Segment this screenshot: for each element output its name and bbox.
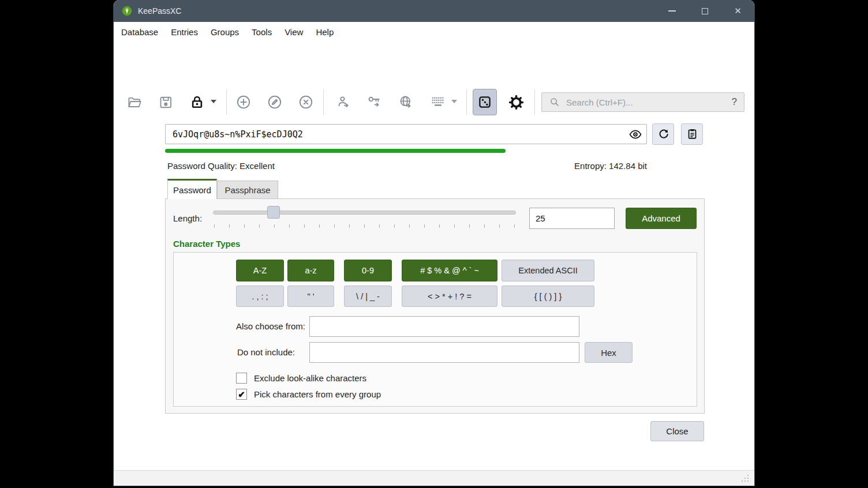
length-slider-handle[interactable] — [267, 206, 280, 219]
length-spinbox — [529, 208, 615, 229]
copy-url-button[interactable] — [392, 88, 420, 116]
menu-entries[interactable]: Entries — [164, 27, 204, 37]
status-bar — [114, 470, 754, 486]
edit-entry-button[interactable] — [261, 88, 289, 116]
also-choose-from-label: Also choose from: — [190, 321, 305, 331]
charset-dashes-button[interactable]: \ / | _ - — [344, 286, 392, 307]
lock-dropdown-chevron-down-icon[interactable] — [211, 100, 216, 103]
minimize-icon — [668, 10, 676, 12]
length-slider-ticks — [214, 224, 515, 228]
x-circle-icon — [298, 94, 314, 110]
dice-icon — [477, 94, 493, 110]
advanced-button[interactable]: Advanced — [626, 208, 697, 229]
search-help-icon[interactable]: ? — [732, 96, 737, 108]
search-icon — [549, 96, 560, 108]
save-icon — [158, 95, 174, 110]
do-not-include-input[interactable] — [309, 342, 579, 363]
tab-passphrase[interactable]: Passphrase — [217, 181, 278, 198]
keepassxc-logo-icon — [121, 5, 133, 17]
copy-password-key-icon — [366, 94, 383, 110]
charset-punctuation-button[interactable]: . , : ; — [236, 286, 284, 307]
regenerate-password-button[interactable] — [652, 123, 674, 145]
open-database-button[interactable] — [121, 88, 148, 116]
eye-icon — [628, 127, 642, 141]
tab-password[interactable]: Password — [167, 179, 217, 199]
save-database-button[interactable] — [152, 88, 179, 116]
exclude-lookalike-checkbox[interactable] — [236, 373, 247, 384]
toolbar-separator — [226, 89, 227, 115]
autotype-button[interactable] — [424, 88, 452, 116]
copy-username-button[interactable] — [330, 88, 358, 116]
character-types-heading: Character Types — [173, 239, 240, 249]
password-generator-toggle-button[interactable] — [473, 89, 497, 115]
menu-bar: Database Entries Groups Tools View Help — [114, 22, 754, 42]
exclude-lookalike-label: Exclude look-alike characters — [254, 373, 366, 383]
generated-password-input[interactable] — [166, 129, 624, 140]
charset-special-button[interactable]: # $ % & @ ^ ` ~ — [402, 260, 497, 281]
keepassxc-window: KeePassXC ✕ Database Entries Groups Tool… — [113, 0, 755, 486]
entropy-label: Entropy: 142.84 bit — [457, 161, 647, 171]
plus-circle-icon — [235, 94, 252, 110]
charset-lowercase-button[interactable]: a-z — [287, 260, 334, 281]
search-box: ? — [541, 92, 744, 112]
toolbar-separator — [323, 89, 324, 115]
resize-grip[interactable] — [747, 475, 749, 476]
maximize-button[interactable] — [689, 0, 721, 22]
do-not-include-label: Do not include: — [179, 347, 295, 357]
autotype-keyboard-icon — [430, 94, 446, 110]
toolbar-separator — [466, 89, 467, 115]
menu-groups[interactable]: Groups — [204, 27, 245, 37]
toolbar: ? — [114, 42, 754, 80]
delete-entry-button[interactable] — [292, 88, 320, 116]
charset-numbers-button[interactable]: 0-9 — [344, 260, 392, 281]
autotype-dropdown-chevron-down-icon[interactable] — [451, 100, 457, 103]
charset-uppercase-button[interactable]: A-Z — [236, 260, 284, 281]
gear-icon — [508, 94, 525, 111]
close-window-button[interactable]: ✕ — [721, 0, 754, 22]
generated-password-field — [165, 124, 647, 144]
password-quality-label: Password Quality: Excellent — [167, 161, 275, 171]
minimize-button[interactable] — [656, 0, 689, 22]
refresh-icon — [657, 127, 670, 141]
add-entry-button[interactable] — [230, 88, 257, 116]
menu-help[interactable]: Help — [309, 27, 340, 37]
menu-database[interactable]: Database — [115, 27, 164, 37]
copy-username-icon — [336, 94, 352, 110]
copy-to-clipboard-button[interactable] — [681, 123, 703, 145]
checkmark-icon: ✔ — [238, 389, 245, 400]
search-input[interactable] — [566, 97, 732, 107]
also-choose-from-input[interactable] — [309, 316, 579, 337]
folder-open-icon — [127, 95, 143, 110]
close-button[interactable]: Close — [650, 421, 704, 441]
copy-password-button[interactable] — [361, 88, 388, 116]
clipboard-icon — [686, 127, 699, 141]
charset-braces-button[interactable]: { [ ( ) ] } — [502, 286, 594, 307]
titlebar: KeePassXC ✕ — [114, 0, 754, 22]
charset-extended-ascii-button[interactable]: Extended ASCII — [502, 260, 594, 281]
hex-button[interactable]: Hex — [585, 342, 633, 363]
length-slider-track[interactable] — [213, 211, 516, 215]
close-icon: ✕ — [734, 6, 742, 16]
menu-tools[interactable]: Tools — [245, 27, 278, 37]
menu-view[interactable]: View — [278, 27, 309, 37]
charset-quotes-button[interactable]: " ' — [287, 286, 334, 307]
lock-database-button[interactable] — [183, 88, 211, 116]
lock-icon — [189, 94, 205, 111]
charset-math-button[interactable]: < > * + ! ? = — [402, 286, 497, 307]
copy-url-globe-icon — [398, 94, 414, 110]
pencil-circle-icon — [267, 94, 283, 110]
settings-button[interactable] — [502, 88, 530, 116]
window-title: KeePassXC — [138, 6, 181, 16]
window-controls: ✕ — [656, 0, 754, 22]
toggle-password-visibility-button[interactable] — [624, 125, 646, 144]
pick-every-group-label: Pick characters from every group — [254, 389, 381, 399]
pick-every-group-checkbox[interactable]: ✔ — [236, 389, 247, 400]
password-quality-bar — [165, 149, 506, 153]
length-label: Length: — [173, 213, 202, 223]
toolbar-separator — [534, 89, 535, 115]
maximize-icon — [702, 8, 708, 14]
